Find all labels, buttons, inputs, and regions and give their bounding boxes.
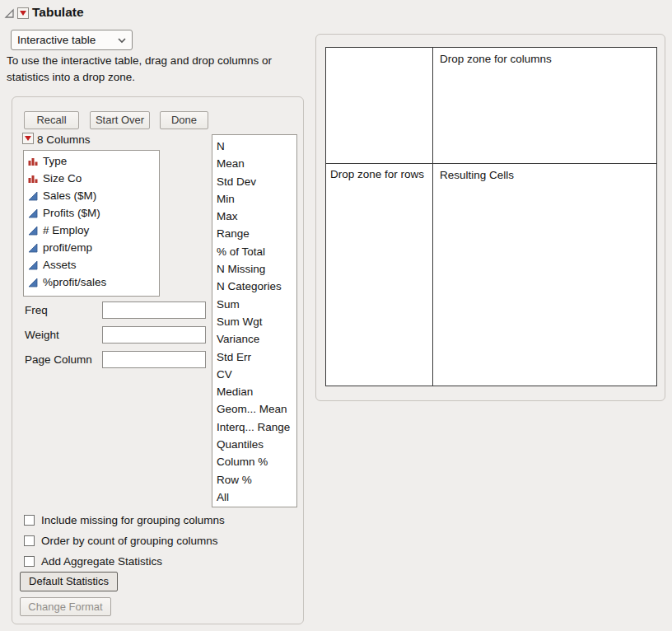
instructions-line2: statistics into a drop zone. — [7, 69, 311, 86]
done-button[interactable]: Done — [160, 111, 208, 129]
columns-list: Type Size Co Sales ($M) Profits ($M) # E… — [23, 150, 160, 297]
continuous-column-icon — [28, 260, 38, 270]
corner-cell[interactable] — [326, 48, 433, 164]
column-name: Profits ($M) — [43, 207, 100, 219]
include-missing-checkbox[interactable] — [24, 515, 35, 526]
statistic-option[interactable]: Sum Wgt — [212, 313, 296, 330]
drop-zone-columns[interactable]: Drop zone for columns — [433, 48, 656, 164]
page-title: Tabulate — [32, 5, 84, 20]
weight-label: Weight — [25, 329, 59, 341]
statistic-option[interactable]: N — [212, 138, 296, 155]
column-list-item[interactable]: Size Co — [24, 170, 159, 187]
statistic-option[interactable]: N Categories — [212, 278, 296, 295]
statistic-option[interactable]: CV — [212, 366, 296, 383]
include-missing-label: Include missing for grouping columns — [41, 514, 225, 526]
recall-button[interactable]: Recall — [24, 111, 79, 129]
disclosure-triangle-icon[interactable] — [3, 7, 15, 19]
column-name: Type — [43, 155, 67, 167]
statistic-option[interactable]: % of Total — [212, 243, 296, 260]
statistic-option[interactable]: Row % — [212, 471, 296, 488]
statistic-option[interactable]: Range — [212, 225, 296, 242]
statistic-option[interactable]: Column % — [212, 453, 296, 470]
resulting-cells-zone[interactable]: Resulting Cells — [433, 164, 656, 386]
column-name: Sales ($M) — [43, 189, 96, 202]
nominal-column-icon — [28, 174, 38, 184]
freq-label: Freq — [25, 304, 48, 316]
columns-header: 8 Columns — [37, 133, 91, 146]
weight-input[interactable] — [102, 326, 206, 344]
column-name: %profit/sales — [43, 276, 106, 288]
column-list-item[interactable]: Type — [24, 152, 159, 170]
statistic-option[interactable]: Std Dev — [212, 173, 296, 190]
table-type-value: Interactive table — [17, 34, 96, 46]
columns-red-triangle-menu-icon[interactable] — [22, 133, 34, 144]
statistic-option[interactable]: Median — [212, 383, 296, 400]
instructions-line1: To use the interactive table, drag and d… — [7, 53, 311, 69]
statistic-option[interactable]: Min — [212, 190, 296, 208]
table-type-dropdown[interactable]: Interactive table — [11, 30, 133, 50]
statistic-option[interactable]: N Missing — [212, 260, 296, 278]
statistic-option[interactable]: Max — [212, 208, 296, 225]
order-by-count-label: Order by count of grouping columns — [41, 535, 218, 547]
drop-zone-rows[interactable]: Drop zone for rows — [326, 164, 433, 386]
freq-input[interactable] — [102, 301, 206, 319]
statistic-option[interactable]: Variance — [212, 330, 296, 348]
column-list-item[interactable]: # Employ — [24, 222, 159, 239]
column-name: Assets — [43, 259, 77, 271]
chevron-down-icon — [118, 34, 126, 46]
page-column-label: Page Column — [25, 353, 92, 366]
column-list-item[interactable]: Sales ($M) — [24, 187, 159, 204]
continuous-column-icon — [28, 226, 38, 236]
continuous-column-icon — [28, 191, 38, 201]
column-list-item[interactable]: %profit/sales — [24, 273, 159, 291]
column-list-item[interactable]: Profits ($M) — [24, 204, 159, 222]
order-by-count-checkbox[interactable] — [24, 535, 35, 546]
continuous-column-icon — [28, 243, 38, 253]
add-aggregate-label: Add Aggregate Statistics — [41, 555, 162, 568]
column-list-item[interactable]: profit/emp — [24, 239, 159, 256]
page-column-input[interactable] — [102, 351, 206, 368]
statistic-option[interactable]: Mean — [212, 155, 296, 172]
add-aggregate-checkbox-row: Add Aggregate Statistics — [24, 554, 162, 568]
statistic-option[interactable]: Quantiles — [212, 436, 296, 453]
column-name: Size Co — [43, 172, 82, 185]
statistic-option[interactable]: All — [212, 488, 296, 506]
statistic-option[interactable]: Std Err — [212, 348, 296, 366]
default-statistics-button[interactable]: Default Statistics — [20, 572, 118, 591]
column-name: profit/emp — [43, 241, 92, 254]
statistic-option[interactable]: Sum — [212, 296, 296, 313]
drop-zone-table: Drop zone for columns Drop zone for rows… — [325, 47, 657, 386]
change-format-button[interactable]: Change Format — [20, 597, 111, 616]
include-missing-checkbox-row: Include missing for grouping columns — [24, 512, 225, 527]
continuous-column-icon — [28, 208, 38, 218]
statistic-option[interactable]: Geom... Mean — [212, 400, 296, 418]
column-list-item[interactable]: Assets — [24, 256, 159, 273]
statistics-list: N Mean Std Dev Min Max Range % of Total … — [212, 134, 297, 507]
nominal-column-icon — [28, 157, 38, 166]
add-aggregate-checkbox[interactable] — [24, 556, 35, 567]
continuous-column-icon — [28, 278, 38, 287]
order-by-count-checkbox-row: Order by count of grouping columns — [24, 533, 218, 548]
red-triangle-menu-icon[interactable] — [17, 7, 29, 19]
statistic-option[interactable]: Interq... Range — [212, 418, 296, 436]
start-over-button[interactable]: Start Over — [90, 111, 150, 129]
column-name: # Employ — [43, 224, 89, 236]
instructions-text: To use the interactive table, drag and d… — [7, 53, 311, 86]
